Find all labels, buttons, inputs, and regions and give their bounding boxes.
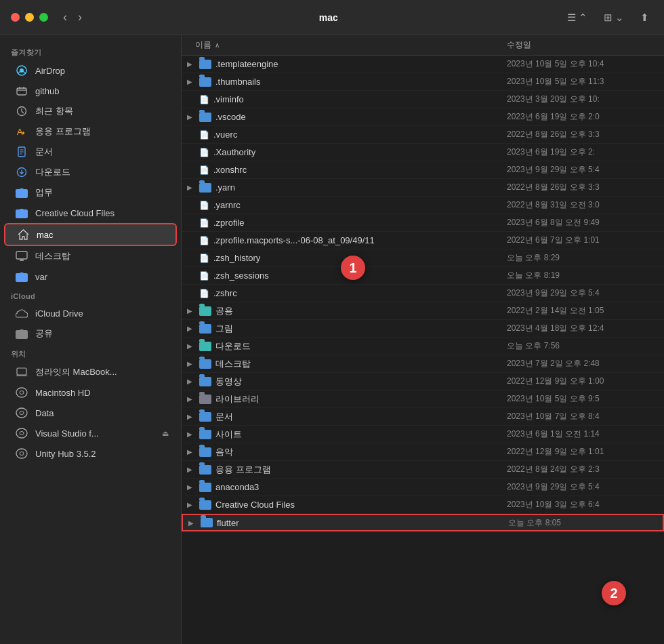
sidebar-item-unity[interactable]: Unity Hub 3.5.2 — [4, 443, 177, 464]
back-button[interactable]: ‹ — [59, 9, 71, 26]
sidebar-item-macos[interactable]: Macintosh HD — [4, 382, 177, 403]
sidebar-item-work[interactable]: 업무 — [4, 182, 177, 203]
table-row[interactable]: ▶ 그림 2023년 4월 18일 오후 12:4 — [182, 320, 664, 338]
doc-icon: 📄 — [199, 148, 209, 157]
table-row[interactable]: ▶ 공용 2022년 2월 14일 오전 1:05 — [182, 302, 664, 320]
expand-arrow[interactable]: ▶ — [184, 501, 195, 508]
file-date: 2022년 12월 9일 오후 1:00 — [507, 376, 664, 387]
file-name-text: .xonshrc — [213, 165, 247, 175]
expand-arrow[interactable]: ▶ — [184, 430, 195, 438]
expand-arrow[interactable]: ▶ — [184, 483, 195, 491]
file-name-text: .yarnrc — [213, 200, 241, 210]
expand-arrow[interactable]: ▶ — [184, 325, 195, 332]
table-row[interactable]: ▶ Creative Cloud Files 2023년 10월 3일 오후 6… — [182, 496, 664, 514]
table-row[interactable]: ▶ 음악 2022년 12월 9일 오후 1:01 — [182, 443, 664, 461]
table-row[interactable]: 📄 .xonshrc 2023년 9월 29일 오후 5:4 — [182, 161, 664, 179]
modified-column-header[interactable]: 수정일 — [507, 39, 664, 51]
file-name: 📄 .vuerc — [182, 129, 507, 140]
table-row[interactable]: 📄 .zprofile.macports-s...-06-08_at_09/49… — [182, 232, 664, 249]
sidebar-item-downloads[interactable]: 다운로드 — [4, 162, 177, 182]
file-date: 2023년 9월 29일 오후 5:4 — [507, 164, 664, 176]
file-name-text: 공용 — [215, 305, 233, 317]
expand-arrow[interactable]: ▶ — [186, 519, 196, 527]
expand-arrow[interactable]: ▶ — [184, 60, 195, 68]
expand-arrow[interactable]: ▶ — [184, 413, 195, 420]
sidebar-item-apps[interactable]: A✦ 응용 프로그램 — [4, 121, 177, 142]
sidebar-item-docs[interactable]: 문서 — [4, 142, 177, 162]
sidebar-item-github[interactable]: github — [4, 81, 177, 101]
sidebar-item-vs[interactable]: Visual Studio f... ⏏ — [4, 423, 177, 443]
table-row[interactable]: 📄 .viminfo 2023년 3월 20일 오후 10: — [182, 91, 664, 108]
table-row[interactable]: ▶ .yarn 2022년 8월 26일 오후 3:3 — [182, 179, 664, 197]
folder-blue-icon — [199, 60, 211, 69]
file-name-text: 다운로드 — [215, 340, 251, 353]
expand-arrow[interactable]: ▶ — [184, 378, 195, 385]
sidebar-item-share[interactable]: 공유 — [4, 323, 177, 344]
table-row[interactable]: ▶ .templateengine 2023년 10월 5일 오후 10:4 — [182, 56, 664, 73]
expand-arrow[interactable]: ▶ — [184, 184, 195, 191]
folder-gray-icon — [199, 395, 211, 404]
file-name-text: Creative Cloud Files — [215, 500, 295, 510]
minimize-button[interactable] — [25, 13, 34, 22]
sidebar-item-label-icloud: iCloud Drive — [35, 308, 83, 319]
table-row[interactable]: ▶ .vscode 2023년 6월 19일 오후 2:0 — [182, 108, 664, 126]
maximize-button[interactable] — [39, 13, 48, 22]
sidebar-item-airdrop[interactable]: AirDrop — [4, 60, 177, 81]
expand-arrow[interactable]: ▶ — [184, 360, 195, 367]
file-name: ▶ 음악 — [182, 446, 507, 458]
folder-blue-icon — [201, 518, 213, 527]
table-row[interactable]: ▶ 문서 2023년 10월 7일 오후 8:4 — [182, 408, 664, 426]
sidebar-item-desktop[interactable]: 데스크탑 — [4, 246, 177, 266]
table-row[interactable]: ▶ 동영상 2022년 12월 9일 오후 1:00 — [182, 373, 664, 390]
sidebar-item-recent[interactable]: 최근 항목 — [4, 101, 177, 121]
table-row[interactable]: ▶ .thumbnails 2023년 10월 5일 오후 11:3 — [182, 73, 664, 91]
svg-point-16 — [16, 449, 27, 458]
expand-arrow[interactable]: ▶ — [184, 113, 195, 121]
table-row[interactable]: 📄 .yarnrc 2022년 8월 31일 오전 3:0 — [182, 197, 664, 214]
forward-button[interactable]: › — [74, 9, 86, 26]
desktop-icon — [15, 249, 28, 263]
name-column-header[interactable]: 이름 ∧ — [182, 39, 507, 51]
file-name-text: .Xauthority — [213, 147, 255, 157]
svg-rect-9 — [17, 368, 26, 375]
file-name: ▶ 문서 — [182, 411, 507, 423]
laptop-icon — [15, 365, 28, 379]
sidebar-item-mac[interactable]: mac — [4, 223, 177, 246]
table-row[interactable]: 📄 .Xauthority 2023년 6월 19일 오후 2: — [182, 144, 664, 161]
expand-arrow[interactable]: ▶ — [184, 466, 195, 473]
svg-rect-8 — [16, 251, 27, 259]
sidebar-item-macbook[interactable]: 정라잇의 MacBook... — [4, 362, 177, 382]
file-browser-content: 1 2 이름 ∧ 수정일 ▶ .templateengine 2023년 10월… — [182, 35, 664, 644]
doc-icon: 📄 — [199, 236, 209, 245]
file-name-text: 동영상 — [215, 376, 242, 388]
table-row[interactable]: ▶ 다운로드 오늘 오후 7:56 — [182, 338, 664, 355]
table-row[interactable]: ▶ 라이브러리 2023년 10월 5일 오후 9:5 — [182, 390, 664, 408]
downloads-icon — [15, 165, 28, 179]
list-view-button[interactable]: ☰ ⌃ — [563, 9, 592, 26]
sidebar-item-creative[interactable]: Creative Cloud Files — [4, 203, 177, 223]
expand-arrow[interactable]: ▶ — [184, 342, 195, 350]
table-row[interactable]: 📄 .zshrc 2023년 9월 29일 오후 5:4 — [182, 285, 664, 302]
table-row[interactable]: 📄 .vuerc 2022년 8월 26일 오후 3:3 — [182, 126, 664, 144]
eject-icon[interactable]: ⏏ — [162, 429, 169, 438]
share-button[interactable]: ⬆ — [636, 9, 653, 26]
table-row[interactable]: ▶ 응용 프로그램 2022년 8월 24일 오후 2:3 — [182, 461, 664, 479]
table-row[interactable]: ▶ 사이트 2023년 6월 1일 오전 1:14 — [182, 426, 664, 443]
expand-arrow[interactable]: ▶ — [184, 307, 195, 315]
close-button[interactable] — [11, 13, 20, 22]
table-row[interactable]: 📄 .zprofile 2023년 6월 8일 오전 9:49 — [182, 214, 664, 232]
vs-disk-icon — [15, 426, 28, 440]
expand-arrow[interactable]: ▶ — [184, 448, 195, 456]
sidebar-item-icloud-drive[interactable]: iCloud Drive — [4, 303, 177, 323]
sidebar-item-var[interactable]: var — [4, 266, 177, 287]
table-row[interactable]: ▶ 데스크탑 2023년 7월 2일 오후 2:48 — [182, 355, 664, 373]
sidebar-item-data[interactable]: Data — [4, 403, 177, 423]
grid-view-button[interactable]: ⊞ ⌄ — [600, 9, 628, 26]
table-row[interactable]: 📄 .zsh_sessions 오늘 오후 8:19 — [182, 267, 664, 285]
expand-arrow[interactable]: ▶ — [184, 78, 195, 85]
sidebar-item-label-mac: mac — [37, 230, 54, 240]
table-row[interactable]: 📄 .zsh_history 오늘 오후 8:29 — [182, 249, 664, 267]
expand-arrow[interactable]: ▶ — [184, 395, 195, 403]
table-row[interactable]: ▶ anaconda3 2023년 9월 29일 오후 5:4 — [182, 479, 664, 496]
table-row[interactable]: ▶ flutter 오늘 오후 8:05 — [182, 514, 664, 531]
